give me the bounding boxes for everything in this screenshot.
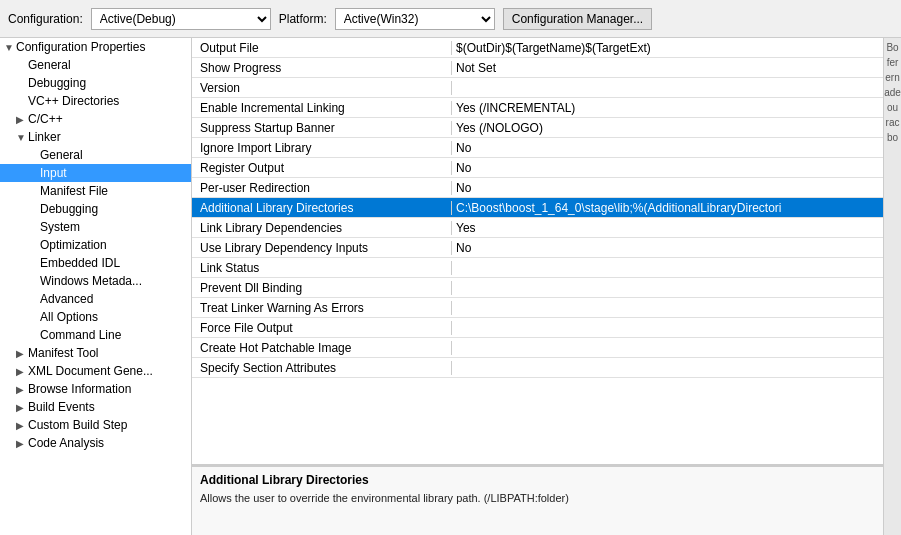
sidebar-item-advanced[interactable]: Advanced	[0, 290, 191, 308]
tree-label-custom-build-step: Custom Build Step	[28, 418, 127, 432]
far-right-item: rac	[886, 115, 900, 130]
prop-name: Enable Incremental Linking	[192, 101, 452, 115]
tree-arrow-c-cpp: ▶	[16, 114, 28, 125]
sidebar-item-windows-metadata[interactable]: Windows Metada...	[0, 272, 191, 290]
sidebar-item-vc-directories[interactable]: VC++ Directories	[0, 92, 191, 110]
tree-label-config-props: Configuration Properties	[16, 40, 145, 54]
prop-row[interactable]: Enable Incremental LinkingYes (/INCREMEN…	[192, 98, 883, 118]
prop-row[interactable]: Link Library DependenciesYes	[192, 218, 883, 238]
sidebar-item-manifest-file[interactable]: Manifest File	[0, 182, 191, 200]
tree-label-command-line: Command Line	[40, 328, 121, 342]
prop-value: $(OutDir)$(TargetName)$(TargetExt)	[452, 41, 883, 55]
far-right-item: fer	[887, 55, 899, 70]
tree-label-manifest-tool: Manifest Tool	[28, 346, 98, 360]
sidebar-item-command-line[interactable]: Command Line	[0, 326, 191, 344]
config-label: Configuration:	[8, 12, 83, 26]
prop-name: Create Hot Patchable Image	[192, 341, 452, 355]
sidebar-item-custom-build-step[interactable]: ▶Custom Build Step	[0, 416, 191, 434]
prop-name: Show Progress	[192, 61, 452, 75]
sidebar-item-linker[interactable]: ▼Linker	[0, 128, 191, 146]
sidebar-item-config-props[interactable]: ▼Configuration Properties	[0, 38, 191, 56]
tree-label-all-options: All Options	[40, 310, 98, 324]
far-right-item: ou	[887, 100, 898, 115]
sidebar-item-optimization[interactable]: Optimization	[0, 236, 191, 254]
far-right-item: bo	[887, 130, 898, 145]
property-grid: Output File$(OutDir)$(TargetName)$(Targe…	[192, 38, 883, 465]
prop-name: Ignore Import Library	[192, 141, 452, 155]
prop-name: Link Library Dependencies	[192, 221, 452, 235]
sidebar: ▼Configuration PropertiesGeneralDebuggin…	[0, 38, 192, 535]
tree-label-windows-metadata: Windows Metada...	[40, 274, 142, 288]
sidebar-item-debugging[interactable]: Debugging	[0, 74, 191, 92]
prop-row[interactable]: Prevent Dll Binding	[192, 278, 883, 298]
prop-name: Treat Linker Warning As Errors	[192, 301, 452, 315]
sidebar-item-all-options[interactable]: All Options	[0, 308, 191, 326]
platform-select[interactable]: Active(Win32)	[335, 8, 495, 30]
far-right-item: Bo	[886, 40, 898, 55]
prop-row[interactable]: Use Library Dependency InputsNo	[192, 238, 883, 258]
prop-row[interactable]: Link Status	[192, 258, 883, 278]
prop-value: C:\Boost\boost_1_64_0\stage\lib;%(Additi…	[452, 201, 883, 215]
tree-label-embedded-idl: Embedded IDL	[40, 256, 120, 270]
tree-label-c-cpp: C/C++	[28, 112, 63, 126]
prop-name: Specify Section Attributes	[192, 361, 452, 375]
sidebar-item-embedded-idl[interactable]: Embedded IDL	[0, 254, 191, 272]
far-right-item: ade	[884, 85, 901, 100]
sidebar-item-c-cpp[interactable]: ▶C/C++	[0, 110, 191, 128]
tree-label-system: System	[40, 220, 80, 234]
top-bar: Configuration: Active(Debug) Platform: A…	[0, 0, 901, 38]
main-content: ▼Configuration PropertiesGeneralDebuggin…	[0, 38, 901, 535]
prop-value: Yes	[452, 221, 883, 235]
sidebar-item-linker-input[interactable]: Input	[0, 164, 191, 182]
prop-row[interactable]: Show ProgressNot Set	[192, 58, 883, 78]
sidebar-item-manifest-tool[interactable]: ▶Manifest Tool	[0, 344, 191, 362]
prop-row[interactable]: Create Hot Patchable Image	[192, 338, 883, 358]
config-manager-button[interactable]: Configuration Manager...	[503, 8, 652, 30]
prop-row[interactable]: Treat Linker Warning As Errors	[192, 298, 883, 318]
prop-row[interactable]: Additional Library DirectoriesC:\Boost\b…	[192, 198, 883, 218]
sidebar-item-xml-document[interactable]: ▶XML Document Gene...	[0, 362, 191, 380]
prop-row[interactable]: Per-user RedirectionNo	[192, 178, 883, 198]
prop-row[interactable]: Output File$(OutDir)$(TargetName)$(Targe…	[192, 38, 883, 58]
prop-name: Use Library Dependency Inputs	[192, 241, 452, 255]
tree-arrow-custom-build-step: ▶	[16, 420, 28, 431]
tree-label-general: General	[28, 58, 71, 72]
config-select[interactable]: Active(Debug)	[91, 8, 271, 30]
desc-title: Additional Library Directories	[200, 473, 875, 487]
prop-name: Version	[192, 81, 452, 95]
prop-value: No	[452, 141, 883, 155]
sidebar-item-linker-debugging[interactable]: Debugging	[0, 200, 191, 218]
sidebar-item-browse-info[interactable]: ▶Browse Information	[0, 380, 191, 398]
platform-label: Platform:	[279, 12, 327, 26]
prop-name: Per-user Redirection	[192, 181, 452, 195]
far-right-panel: Boferernadeouracbo	[883, 38, 901, 535]
sidebar-item-system[interactable]: System	[0, 218, 191, 236]
prop-value: Not Set	[452, 61, 883, 75]
far-right-item: ern	[885, 70, 899, 85]
sidebar-item-general[interactable]: General	[0, 56, 191, 74]
sidebar-item-code-analysis[interactable]: ▶Code Analysis	[0, 434, 191, 452]
tree-label-code-analysis: Code Analysis	[28, 436, 104, 450]
prop-value: Yes (/INCREMENTAL)	[452, 101, 883, 115]
prop-row[interactable]: Specify Section Attributes	[192, 358, 883, 378]
prop-name: Suppress Startup Banner	[192, 121, 452, 135]
prop-row[interactable]: Version	[192, 78, 883, 98]
tree-label-linker: Linker	[28, 130, 61, 144]
prop-value: No	[452, 161, 883, 175]
tree-arrow-code-analysis: ▶	[16, 438, 28, 449]
tree-label-manifest-file: Manifest File	[40, 184, 108, 198]
prop-row[interactable]: Suppress Startup BannerYes (/NOLOGO)	[192, 118, 883, 138]
tree-label-browse-info: Browse Information	[28, 382, 131, 396]
desc-text: Allows the user to override the environm…	[200, 491, 875, 506]
prop-row[interactable]: Register OutputNo	[192, 158, 883, 178]
tree-label-xml-document: XML Document Gene...	[28, 364, 153, 378]
prop-name: Link Status	[192, 261, 452, 275]
tree-label-optimization: Optimization	[40, 238, 107, 252]
tree-label-advanced: Advanced	[40, 292, 93, 306]
sidebar-item-linker-general[interactable]: General	[0, 146, 191, 164]
tree-arrow-build-events: ▶	[16, 402, 28, 413]
sidebar-item-build-events[interactable]: ▶Build Events	[0, 398, 191, 416]
prop-row[interactable]: Force File Output	[192, 318, 883, 338]
prop-row[interactable]: Ignore Import LibraryNo	[192, 138, 883, 158]
prop-value: Yes (/NOLOGO)	[452, 121, 883, 135]
